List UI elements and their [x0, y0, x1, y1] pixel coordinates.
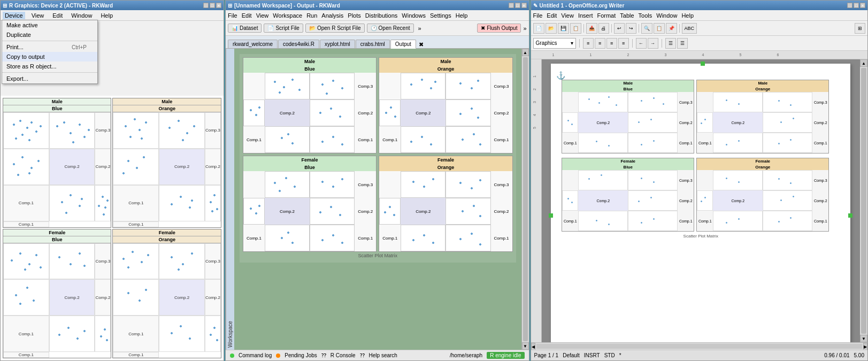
resize-handle-top[interactable] — [701, 62, 705, 66]
help-search-label[interactable]: Help search — [369, 352, 397, 358]
btn-list-number[interactable]: ☰ — [677, 38, 688, 49]
office-page[interactable]: ⚓ Male Blue — [551, 64, 850, 342]
menu-format-oo[interactable]: Format — [597, 12, 616, 19]
rkward-restore[interactable]: □ — [515, 3, 520, 8]
office-titlebar-buttons[interactable]: _ □ × — [847, 3, 865, 8]
menu-view[interactable]: View — [29, 12, 47, 19]
menu-item-copy-to-output[interactable]: Copy to output — [2, 52, 97, 62]
minimize-button[interactable]: _ — [203, 3, 209, 8]
office-minimize[interactable]: _ — [847, 3, 852, 8]
btn-new[interactable]: 📄 — [533, 23, 544, 34]
menu-plots[interactable]: Plots — [348, 12, 360, 19]
menu-edit-rk[interactable]: Edit — [242, 12, 252, 19]
menu-item-make-active[interactable]: Make active — [2, 20, 97, 30]
office-scrollbar-h[interactable]: ◀ ▶ — [531, 342, 867, 350]
btn-paste[interactable]: 📌 — [666, 23, 677, 34]
titlebar-buttons[interactable]: _ □ × — [203, 3, 221, 8]
office-scroll-up[interactable]: ▲ — [860, 59, 867, 67]
tab-output[interactable]: Output — [390, 40, 416, 49]
btn-save[interactable]: 💾 — [558, 23, 569, 34]
btn-redo[interactable]: ↪ — [626, 23, 636, 34]
btn-open-recent[interactable]: 🕐 Open Recent — [367, 24, 414, 33]
btn-copy[interactable]: 📋 — [654, 23, 665, 34]
menu-workspace[interactable]: Workspace — [273, 12, 302, 19]
resize-handle-right[interactable] — [848, 213, 852, 218]
r-console-label[interactable]: R Console — [331, 352, 356, 358]
scroll-down-btn[interactable]: ▼ — [522, 342, 529, 350]
output-orange-subtitle: Orange — [379, 65, 512, 73]
rkward-scrollbar[interactable]: ▲ ▼ — [521, 49, 529, 350]
btn-align-right[interactable]: ≡ — [606, 38, 617, 49]
menu-item-duplicate[interactable]: Duplicate — [2, 30, 97, 40]
menu-tools-oo[interactable]: Tools — [639, 12, 652, 19]
btn-pdf[interactable]: 📥 — [586, 23, 597, 34]
menu-help-rk[interactable]: Help — [456, 12, 468, 19]
office-close[interactable]: × — [860, 3, 865, 8]
btn-save-as[interactable]: 📋 — [570, 23, 581, 34]
menu-table-oo[interactable]: Table — [620, 12, 634, 19]
close-button[interactable]: × — [216, 3, 221, 8]
btn-table-insert[interactable]: ⊞ — [855, 23, 865, 34]
menu-file-oo[interactable]: File — [533, 12, 543, 19]
btn-find[interactable]: 🔍 — [641, 23, 652, 34]
tab-xyplot[interactable]: xyplot.html — [320, 40, 355, 48]
btn-indent-inc[interactable]: → — [648, 38, 658, 49]
btn-spell[interactable]: ABC — [682, 23, 697, 34]
office-scroll-down[interactable]: ▼ — [860, 335, 867, 342]
resize-handle-left[interactable] — [549, 213, 553, 218]
style-dropdown[interactable]: Graphics ▾ — [533, 38, 576, 49]
menu-settings[interactable]: Settings — [430, 12, 451, 19]
menu-distributions[interactable]: Distributions — [365, 12, 398, 19]
btn-open[interactable]: 📂 — [546, 23, 557, 34]
rkward-minimize[interactable]: _ — [509, 3, 514, 8]
menu-help-oo[interactable]: Help — [681, 12, 694, 19]
btn-align-center[interactable]: ≡ — [595, 38, 605, 49]
office-hscroll-thumb[interactable] — [536, 344, 862, 349]
btn-align-justify[interactable]: ≡ — [618, 38, 629, 49]
btn-undo[interactable]: ↩ — [614, 23, 625, 34]
restore-button[interactable]: □ — [210, 3, 215, 8]
office-scrollbar-v[interactable]: ▲ ▼ — [860, 59, 867, 342]
menu-file[interactable]: File — [228, 12, 237, 19]
btn-open-r-script[interactable]: 📂 Open R Script File — [305, 24, 365, 33]
toolbar-more[interactable]: » — [418, 25, 421, 32]
tab-crabs[interactable]: crabs.html — [356, 40, 390, 48]
menu-run[interactable]: Run — [306, 12, 317, 19]
menu-insert-oo[interactable]: Insert — [578, 12, 593, 19]
menu-help[interactable]: Help — [98, 12, 115, 19]
menu-view-oo[interactable]: View — [561, 12, 574, 19]
menu-edit[interactable]: Edit — [50, 12, 65, 19]
menu-window[interactable]: Window — [69, 12, 94, 19]
office-restore[interactable]: □ — [854, 3, 859, 8]
menu-analysis[interactable]: Analysis — [321, 12, 343, 19]
rkward-close[interactable]: × — [521, 3, 527, 8]
office-scroll-left[interactable]: ◀ — [531, 343, 535, 350]
scroll-up-btn[interactable]: ▲ — [522, 49, 529, 56]
menu-item-store-as-r[interactable]: Store as R object... — [2, 62, 97, 71]
menu-view-rk[interactable]: View — [256, 12, 269, 19]
btn-dataset[interactable]: 📊 Dataset — [228, 24, 262, 33]
command-log-label[interactable]: Command log — [239, 352, 272, 358]
tab-close-icon[interactable]: ✖ — [419, 41, 424, 48]
menu-device[interactable]: Device — [3, 12, 25, 19]
btn-align-left[interactable]: ≡ — [583, 38, 594, 49]
menu-item-print[interactable]: Print... Ctrl+P — [2, 42, 97, 52]
btn-flush-output[interactable]: ✖ Flush Output — [477, 24, 521, 33]
btn-print-preview[interactable]: 🖨 — [598, 23, 609, 34]
toolbar-more-right[interactable]: » — [523, 25, 526, 32]
btn-indent-dec[interactable]: ← — [636, 38, 647, 49]
scroll-thumb[interactable] — [523, 57, 528, 341]
menu-item-export[interactable]: Export... — [2, 74, 97, 83]
tab-codes4wiki[interactable]: codes4wiki.R — [278, 40, 319, 48]
rkward-titlebar-left: ⊞ [Unnamed Workspace] - Output - RKWard — [228, 3, 340, 9]
btn-list-bullet[interactable]: ☰ — [665, 38, 676, 49]
tab-welcome[interactable]: rkward_welcome — [228, 40, 278, 48]
rkward-titlebar-buttons[interactable]: _ □ × — [509, 3, 527, 8]
pending-jobs-label[interactable]: Pending Jobs — [285, 352, 317, 358]
btn-script-file[interactable]: 📄 Script File — [264, 24, 303, 33]
menu-windows[interactable]: Windows — [402, 12, 426, 19]
office-scroll-right[interactable]: ▶ — [863, 343, 867, 350]
menu-edit-oo[interactable]: Edit — [547, 12, 557, 19]
office-scroll-thumb[interactable] — [861, 68, 866, 334]
menu-window-oo[interactable]: Window — [656, 12, 677, 19]
